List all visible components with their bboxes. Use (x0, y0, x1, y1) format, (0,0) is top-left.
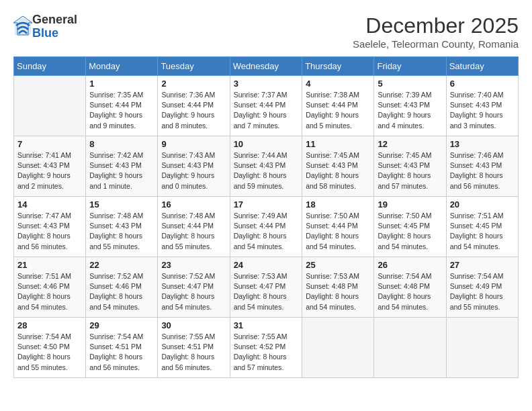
day-number: 16 (161, 199, 226, 210)
calendar-day-cell: 9Sunrise: 7:43 AMSunset: 4:43 PMDaylight… (158, 136, 230, 197)
calendar-day-cell: 23Sunrise: 7:52 AMSunset: 4:47 PMDayligh… (158, 257, 230, 318)
day-number: 15 (89, 199, 154, 210)
day-number: 30 (161, 320, 226, 330)
logo: General Blue (13, 13, 77, 40)
day-number: 18 (306, 199, 370, 210)
calendar-day-cell: 24Sunrise: 7:53 AMSunset: 4:47 PMDayligh… (230, 257, 302, 318)
day-info: Sunrise: 7:51 AMSunset: 4:46 PMDaylight:… (17, 271, 82, 312)
calendar-day-cell: 8Sunrise: 7:42 AMSunset: 4:43 PMDaylight… (86, 136, 158, 197)
calendar-day-cell: 10Sunrise: 7:44 AMSunset: 4:43 PMDayligh… (230, 136, 302, 197)
day-info: Sunrise: 7:55 AMSunset: 4:51 PMDaylight:… (161, 332, 226, 373)
day-number: 17 (234, 199, 299, 210)
calendar-day-cell: 27Sunrise: 7:54 AMSunset: 4:49 PMDayligh… (446, 257, 518, 318)
calendar-day-cell: 19Sunrise: 7:50 AMSunset: 4:45 PMDayligh… (374, 197, 446, 257)
logo-icon (13, 16, 32, 38)
day-number: 29 (89, 320, 154, 330)
day-info: Sunrise: 7:46 AMSunset: 4:43 PMDaylight:… (450, 150, 515, 191)
day-number: 31 (234, 320, 299, 330)
day-info: Sunrise: 7:48 AMSunset: 4:43 PMDaylight:… (89, 211, 154, 252)
day-info: Sunrise: 7:43 AMSunset: 4:43 PMDaylight:… (161, 150, 226, 191)
day-number: 21 (17, 260, 82, 270)
calendar-day-cell: 30Sunrise: 7:55 AMSunset: 4:51 PMDayligh… (158, 318, 230, 378)
day-info: Sunrise: 7:37 AMSunset: 4:44 PMDaylight:… (234, 90, 299, 131)
calendar-day-cell: 16Sunrise: 7:48 AMSunset: 4:44 PMDayligh… (158, 197, 230, 257)
calendar-day-cell: 5Sunrise: 7:39 AMSunset: 4:43 PMDaylight… (374, 76, 446, 136)
title-block: December 2025 Saelele, Teleorman County,… (353, 13, 519, 50)
day-info: Sunrise: 7:53 AMSunset: 4:48 PMDaylight:… (306, 271, 370, 312)
calendar-day-cell: 31Sunrise: 7:55 AMSunset: 4:52 PMDayligh… (230, 318, 302, 378)
day-number: 27 (450, 260, 515, 270)
logo-general-text: General (32, 13, 77, 27)
calendar-day-cell: 6Sunrise: 7:40 AMSunset: 4:43 PMDaylight… (446, 76, 518, 136)
calendar-day-cell: 25Sunrise: 7:53 AMSunset: 4:48 PMDayligh… (302, 257, 374, 318)
day-number: 23 (161, 260, 226, 270)
calendar-header-monday: Monday (86, 57, 158, 76)
day-info: Sunrise: 7:50 AMSunset: 4:44 PMDaylight:… (306, 211, 370, 252)
day-number: 11 (306, 139, 370, 149)
day-number: 13 (450, 139, 515, 149)
day-number: 14 (17, 199, 82, 210)
day-number: 24 (234, 260, 299, 270)
calendar-day-cell: 2Sunrise: 7:36 AMSunset: 4:44 PMDaylight… (158, 76, 230, 136)
calendar-day-cell: 17Sunrise: 7:49 AMSunset: 4:44 PMDayligh… (230, 197, 302, 257)
calendar-day-cell: 29Sunrise: 7:54 AMSunset: 4:51 PMDayligh… (86, 318, 158, 378)
calendar-day-cell (446, 318, 518, 378)
calendar-week-3: 14Sunrise: 7:47 AMSunset: 4:43 PMDayligh… (14, 197, 519, 257)
day-number: 9 (161, 139, 226, 149)
day-info: Sunrise: 7:35 AMSunset: 4:44 PMDaylight:… (89, 90, 154, 131)
logo-text: General Blue (32, 13, 77, 40)
day-info: Sunrise: 7:53 AMSunset: 4:47 PMDaylight:… (234, 271, 299, 312)
day-number: 8 (89, 139, 154, 149)
calendar-day-cell: 22Sunrise: 7:52 AMSunset: 4:46 PMDayligh… (86, 257, 158, 318)
day-info: Sunrise: 7:50 AMSunset: 4:45 PMDaylight:… (378, 211, 442, 252)
day-info: Sunrise: 7:54 AMSunset: 4:51 PMDaylight:… (89, 332, 154, 373)
page-header: General Blue December 2025 Saelele, Tele… (13, 13, 519, 50)
calendar-header-wednesday: Wednesday (230, 57, 302, 76)
day-number: 10 (234, 139, 299, 149)
day-info: Sunrise: 7:52 AMSunset: 4:47 PMDaylight:… (161, 271, 226, 312)
calendar-day-cell: 13Sunrise: 7:46 AMSunset: 4:43 PMDayligh… (446, 136, 518, 197)
calendar-day-cell: 4Sunrise: 7:38 AMSunset: 4:44 PMDaylight… (302, 76, 374, 136)
calendar-day-cell: 20Sunrise: 7:51 AMSunset: 4:45 PMDayligh… (446, 197, 518, 257)
calendar-day-cell: 11Sunrise: 7:45 AMSunset: 4:43 PMDayligh… (302, 136, 374, 197)
location-text: Saelele, Teleorman County, Romania (353, 38, 519, 50)
day-info: Sunrise: 7:49 AMSunset: 4:44 PMDaylight:… (234, 211, 299, 252)
day-number: 7 (17, 139, 82, 149)
day-info: Sunrise: 7:55 AMSunset: 4:52 PMDaylight:… (234, 332, 299, 373)
day-info: Sunrise: 7:47 AMSunset: 4:43 PMDaylight:… (17, 211, 82, 252)
calendar-day-cell: 3Sunrise: 7:37 AMSunset: 4:44 PMDaylight… (230, 76, 302, 136)
calendar-header-row: SundayMondayTuesdayWednesdayThursdayFrid… (14, 57, 519, 76)
month-title: December 2025 (353, 13, 519, 38)
calendar-day-cell (14, 76, 86, 136)
day-info: Sunrise: 7:54 AMSunset: 4:49 PMDaylight:… (450, 271, 515, 312)
day-number: 19 (378, 199, 442, 210)
calendar-day-cell: 26Sunrise: 7:54 AMSunset: 4:48 PMDayligh… (374, 257, 446, 318)
day-info: Sunrise: 7:45 AMSunset: 4:43 PMDaylight:… (306, 150, 370, 191)
day-info: Sunrise: 7:51 AMSunset: 4:45 PMDaylight:… (450, 211, 515, 252)
calendar-week-1: 1Sunrise: 7:35 AMSunset: 4:44 PMDaylight… (14, 76, 519, 136)
calendar-day-cell: 28Sunrise: 7:54 AMSunset: 4:50 PMDayligh… (14, 318, 86, 378)
calendar-day-cell: 18Sunrise: 7:50 AMSunset: 4:44 PMDayligh… (302, 197, 374, 257)
calendar-header-sunday: Sunday (14, 57, 86, 76)
calendar-day-cell (374, 318, 446, 378)
day-info: Sunrise: 7:48 AMSunset: 4:44 PMDaylight:… (161, 211, 226, 252)
calendar-day-cell: 7Sunrise: 7:41 AMSunset: 4:43 PMDaylight… (14, 136, 86, 197)
calendar-day-cell: 1Sunrise: 7:35 AMSunset: 4:44 PMDaylight… (86, 76, 158, 136)
day-number: 6 (450, 79, 515, 89)
day-number: 22 (89, 260, 154, 270)
day-info: Sunrise: 7:54 AMSunset: 4:48 PMDaylight:… (378, 271, 442, 312)
day-number: 3 (234, 79, 299, 89)
calendar-day-cell: 14Sunrise: 7:47 AMSunset: 4:43 PMDayligh… (14, 197, 86, 257)
day-number: 1 (89, 79, 154, 89)
day-info: Sunrise: 7:41 AMSunset: 4:43 PMDaylight:… (17, 150, 82, 191)
calendar-day-cell: 12Sunrise: 7:45 AMSunset: 4:43 PMDayligh… (374, 136, 446, 197)
day-number: 28 (17, 320, 82, 330)
day-info: Sunrise: 7:42 AMSunset: 4:43 PMDaylight:… (89, 150, 154, 191)
day-info: Sunrise: 7:36 AMSunset: 4:44 PMDaylight:… (161, 90, 226, 131)
calendar-week-5: 28Sunrise: 7:54 AMSunset: 4:50 PMDayligh… (14, 318, 519, 378)
day-info: Sunrise: 7:40 AMSunset: 4:43 PMDaylight:… (450, 90, 515, 131)
calendar-week-2: 7Sunrise: 7:41 AMSunset: 4:43 PMDaylight… (14, 136, 519, 197)
day-number: 2 (161, 79, 226, 89)
logo-blue-text: Blue (32, 27, 77, 40)
calendar-header-tuesday: Tuesday (158, 57, 230, 76)
